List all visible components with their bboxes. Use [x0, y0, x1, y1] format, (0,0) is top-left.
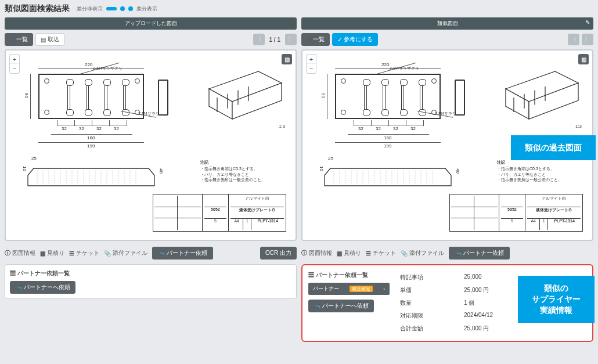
page-title: 類似図面検索結果: [5, 3, 70, 14]
import-button[interactable]: ▤取込: [35, 33, 64, 46]
kv-qty-k: 数量: [400, 299, 464, 307]
callout-supplier-info: 類似の サプライヤー 実績情報: [518, 276, 595, 323]
tab-attach[interactable]: 📎添付ファイル: [104, 249, 147, 257]
tab-partner-request[interactable]: 📹パートナー依頼: [152, 247, 213, 260]
panel-uploaded-head: アップロードした図面: [5, 17, 297, 30]
tab-partner-request-r[interactable]: 📹パートナー依頼: [449, 247, 510, 260]
svg-marker-7: [28, 168, 154, 186]
svg-marker-33: [325, 168, 451, 186]
diff-slider-left[interactable]: [106, 7, 117, 10]
schematic: 220 90 2-M4サラザグリ 2-M4サラザグリ 32323232 160 …: [22, 55, 291, 235]
partner-list-title: ☰ パートナー依頼一覧: [10, 269, 291, 277]
zoom-in-icon-r[interactable]: +: [307, 55, 316, 64]
kv-unit-k: 単価: [400, 286, 464, 294]
diff-slider-mid[interactable]: [120, 6, 125, 11]
zoom-control[interactable]: + −: [9, 54, 20, 74]
zoom-control-r[interactable]: + −: [306, 54, 316, 74]
partner-select[interactable]: パートナー 発注確定 ›: [308, 283, 390, 295]
pager-next[interactable]: 〉: [285, 34, 297, 45]
ocr-output-button[interactable]: OCR 出力: [260, 247, 297, 260]
pager-prev[interactable]: 〈: [253, 34, 265, 45]
zoom-in-icon[interactable]: +: [10, 55, 19, 64]
pager-next-r[interactable]: 〉: [582, 34, 593, 45]
tab-ticket-r[interactable]: ☰チケット: [366, 249, 396, 257]
pager-text: 1 / 1: [267, 37, 283, 43]
chevron-right-icon: ›: [383, 286, 385, 292]
use-as-reference-button[interactable]: ✓参考にする: [332, 33, 378, 46]
send-to-partner-button-r[interactable]: 📹パートナーへ依頼: [308, 300, 374, 312]
partner-list-title-r: ☰ パートナー依頼一覧: [308, 271, 395, 279]
callout-past-drawing: 類似の過去図面: [511, 135, 596, 160]
zoom-out-icon-r[interactable]: −: [307, 64, 316, 73]
partner-card-right: ☰ パートナー依頼一覧 パートナー 発注確定 › 📹パートナーへ依頼 特記事項2…: [301, 264, 593, 342]
diff-slider-right[interactable]: [128, 6, 133, 11]
partner-card-left: ☰ パートナー依頼一覧 📹パートナーへ依頼: [5, 264, 297, 299]
diff-show-label: 差分表示: [136, 5, 157, 13]
tab-ticket[interactable]: ☰チケット: [69, 249, 99, 257]
panel-similar-head: 類似図面 ✎: [301, 17, 593, 30]
kv-remark-k: 特記事項: [400, 273, 464, 282]
kv-total-v: 25,000 円: [464, 325, 586, 333]
edit-icon[interactable]: ✎: [585, 19, 590, 26]
diff-hide-label: 差分非表示: [77, 5, 103, 13]
pager-prev-r[interactable]: 〈: [568, 34, 579, 45]
panel-similar: 類似図面 ✎ 〈一覧 ✓参考にする 〈 〉 + − ▩ 220: [301, 17, 593, 342]
status-badge: 発注確定: [350, 286, 373, 292]
annotation-icon-r[interactable]: ▩: [578, 54, 589, 64]
back-to-list-button[interactable]: 〈一覧: [5, 33, 33, 46]
send-to-partner-button[interactable]: 📹パートナーへ依頼: [10, 281, 75, 294]
annotation-icon[interactable]: ▩: [282, 54, 292, 64]
tab-estimate-r[interactable]: ▦見積り: [337, 249, 361, 257]
diff-controls: 差分非表示 差分表示: [77, 5, 157, 13]
panel-uploaded: アップロードした図面 〈一覧 ▤取込 〈 1 / 1 〉 + − ▩ 220: [5, 17, 297, 342]
tab-drawing-info-r[interactable]: ⓘ図面情報: [301, 249, 332, 257]
tab-drawing-info[interactable]: ⓘ図面情報: [5, 249, 35, 257]
zoom-out-icon[interactable]: −: [10, 64, 19, 73]
kv-due-k: 対応期限: [400, 312, 464, 320]
back-to-list-button-r[interactable]: 〈一覧: [301, 33, 330, 46]
kv-total-k: 合計金額: [400, 325, 464, 333]
tab-estimate[interactable]: ▦見積り: [40, 249, 64, 257]
drawing-viewer-left[interactable]: + − ▩ 220 90 2-M4サラザグリ 2-M4サラザグリ 3232323…: [5, 49, 297, 241]
tab-attach-r[interactable]: 📎添付ファイル: [401, 249, 444, 257]
